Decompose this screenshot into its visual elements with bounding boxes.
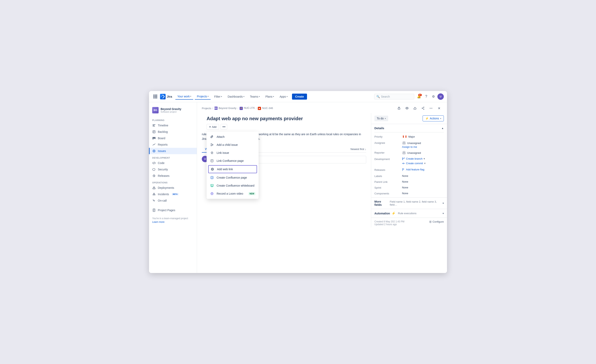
breadcrumb-nuc346[interactable]: ▶ NUC-346 — [258, 107, 273, 110]
sidebar-item-deployments[interactable]: Deployments — [149, 185, 197, 191]
svg-point-24 — [422, 108, 423, 109]
search-box[interactable]: 🔍 Search — [374, 94, 414, 99]
menu-record-loom[interactable]: Record a Loom video NEW — [207, 190, 259, 198]
menu-item-label: Add web link — [217, 168, 233, 171]
status-button[interactable]: To do ▾ — [374, 116, 388, 121]
more-options-button[interactable] — [428, 105, 434, 111]
timeline-icon — [152, 124, 156, 127]
sidebar-item-releases[interactable]: Releases — [149, 173, 197, 179]
menu-child-issue[interactable]: Add a child issue — [207, 141, 259, 149]
nav-teams[interactable]: Teams ▾ — [248, 94, 262, 99]
menu-attach[interactable]: Attach — [207, 133, 259, 141]
add-feature-flag-link[interactable]: Add feature flag — [402, 168, 425, 171]
sort-button[interactable]: Newest first ↓ — [350, 146, 366, 152]
svg-point-51 — [403, 152, 405, 153]
sidebar-item-project-pages[interactable]: Project Pages — [149, 207, 197, 213]
svg-point-15 — [154, 195, 154, 195]
nav-your-work[interactable]: Your work ▾ — [175, 94, 194, 100]
svg-line-11 — [154, 162, 154, 164]
svg-point-27 — [430, 108, 430, 109]
app-switcher-icon[interactable] — [152, 93, 158, 100]
breadcrumb-projects[interactable]: Projects — [202, 107, 211, 110]
svg-point-50 — [403, 142, 405, 143]
details-header[interactable]: Details ▲ — [374, 124, 444, 132]
notifications-button[interactable]: 🔔 9+ — [416, 93, 422, 100]
development-label: Development — [374, 157, 400, 166]
sidebar-item-timeline[interactable]: Timeline — [149, 122, 197, 129]
jira-logo[interactable]: Jira — [160, 94, 172, 99]
nuc276-icon: ⚡ — [240, 107, 243, 110]
breadcrumb-beyond-gravity[interactable]: BG Beyond Gravity — [214, 107, 237, 110]
menu-item-label: Create Confluence page — [216, 176, 247, 179]
code-icon — [152, 161, 156, 165]
automation-section[interactable]: Automation ⚡ Rule executions ▾ — [371, 209, 447, 218]
sidebar-item-oncall[interactable]: On-call — [149, 197, 197, 204]
nav-projects[interactable]: Projects ▾ — [195, 94, 211, 100]
add-button[interactable]: + Add — [207, 124, 219, 130]
chevron-down-icon: ▾ — [443, 212, 444, 215]
watch-button[interactable] — [404, 105, 410, 111]
sprint-value: None — [402, 186, 444, 189]
nav-plans[interactable]: Plans ▾ — [263, 94, 276, 99]
configure-button[interactable]: Configure — [429, 220, 444, 223]
sidebar-item-label: Timeline — [158, 124, 168, 127]
sidebar-project[interactable]: BG Beyond Gravity Software project — [149, 105, 197, 117]
create-commit-link[interactable]: Create commit ▾ — [402, 162, 426, 165]
plus-icon: + — [209, 125, 211, 128]
menu-create-confluence-page[interactable]: Create Confluence page — [207, 174, 259, 182]
nav-dashboards[interactable]: Dashboards ▾ — [226, 94, 246, 99]
menu-add-web-link[interactable]: Add web link — [208, 165, 257, 173]
sidebar-item-security[interactable]: Security — [149, 166, 197, 173]
eye-icon — [405, 107, 409, 110]
chevron-down-icon: ▾ — [287, 95, 288, 98]
flag-icon — [402, 168, 405, 171]
notification-badge: 9+ — [418, 94, 422, 96]
menu-link-issue[interactable]: Link issue — [207, 149, 259, 157]
chevron-down-icon: ▾ — [259, 95, 260, 98]
chevron-down-icon: ▾ — [243, 95, 244, 98]
share-button[interactable] — [420, 105, 426, 111]
sidebar-item-issues[interactable]: Issues — [149, 148, 197, 154]
help-button[interactable]: ? — [423, 93, 429, 100]
actions-button[interactable]: ⚡ Actions ▾ — [423, 115, 444, 121]
breadcrumb: Projects / BG Beyond Gravity / ⚡ NUC-276… — [197, 102, 447, 113]
nav-apps[interactable]: Apps ▾ — [278, 94, 290, 99]
menu-create-whiteboard[interactable]: Create Confluence whiteboard — [207, 182, 259, 190]
svg-line-26 — [422, 108, 423, 109]
create-button[interactable]: Create — [292, 94, 307, 100]
close-button[interactable]: ✕ — [436, 105, 442, 111]
breadcrumb-nuc276[interactable]: ⚡ NUC-276 — [240, 106, 255, 110]
reports-icon — [152, 143, 156, 146]
sidebar-item-code[interactable]: Code — [149, 160, 197, 166]
svg-rect-20 — [398, 108, 400, 109]
assign-to-me-link[interactable]: Assign to me — [402, 145, 417, 149]
details-grid: Priority ⬆⬆ Major Assignee — [374, 132, 444, 197]
user-avatar[interactable]: U — [437, 93, 444, 100]
sidebar-item-board[interactable]: Board — [149, 135, 197, 141]
sprint-label: Sprint — [374, 186, 400, 189]
issue-meta: Configure Created 8 May 202 1:43 PM Upda… — [371, 218, 447, 227]
learn-more-link[interactable]: Learn more — [152, 221, 164, 223]
more-fields-section[interactable]: More fields Field name 1, field name 2, … — [371, 197, 447, 209]
priority-value: ⬆⬆ Major — [402, 135, 444, 139]
sidebar-item-backlog[interactable]: Backlog — [149, 129, 197, 135]
details-title: Details — [374, 126, 384, 130]
svg-point-36 — [211, 168, 214, 171]
new-badge: NEW — [248, 192, 255, 195]
sidebar-item-reports[interactable]: Reports — [149, 141, 197, 148]
menu-link-confluence[interactable]: Link Confluence page — [207, 157, 259, 165]
nav-filter[interactable]: Filter ▾ — [212, 94, 224, 99]
thumbsup-button[interactable] — [412, 105, 418, 111]
create-branch-link[interactable]: Create branch ▾ — [402, 157, 425, 160]
beta-badge: BETA — [172, 193, 179, 195]
settings-button[interactable]: ⚙ — [430, 93, 437, 100]
more-button[interactable]: ••• — [221, 124, 227, 130]
svg-point-37 — [212, 168, 213, 171]
svg-point-54 — [404, 158, 405, 158]
automation-label: Automation — [374, 212, 390, 215]
sidebar-item-incidents[interactable]: Incidents BETA — [149, 191, 197, 197]
lock-button[interactable] — [396, 105, 402, 111]
jira-logo-text: Jira — [167, 95, 172, 98]
svg-rect-3 — [153, 131, 155, 133]
svg-point-28 — [431, 108, 432, 109]
